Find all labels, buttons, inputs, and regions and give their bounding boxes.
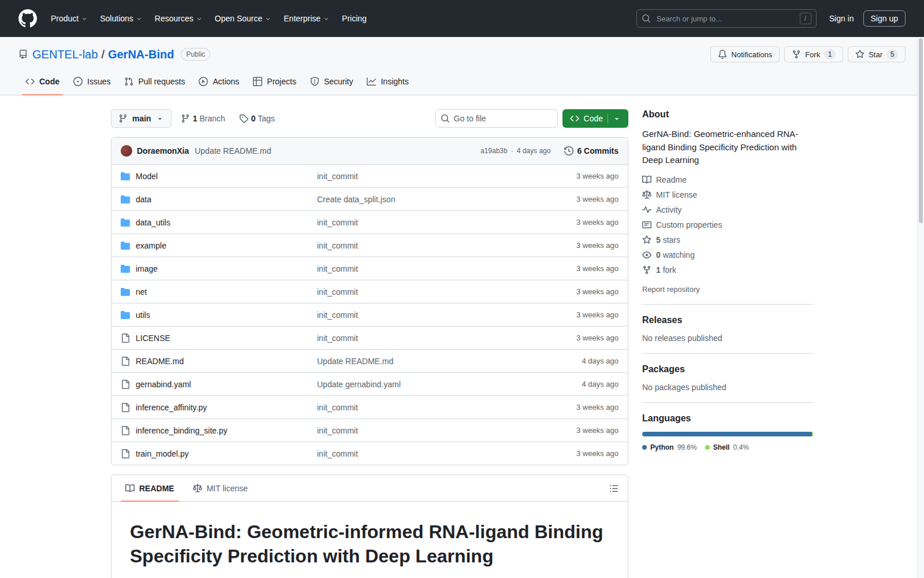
file-name-link[interactable]: image xyxy=(136,264,158,273)
github-logo[interactable] xyxy=(18,9,37,28)
file-name-link[interactable]: inference_binding_site.py xyxy=(136,426,228,435)
branch-selector[interactable]: main xyxy=(111,109,172,128)
readme-panel: README MIT license GerNA-Bind: Geometric… xyxy=(111,475,628,578)
table-row[interactable]: data_utils init_commit 3 weeks ago xyxy=(111,210,628,234)
repo-description: GerNA-Bind: Geometric-enhanced RNA-ligan… xyxy=(642,128,813,167)
commit-message-link[interactable]: Update gernabind.yaml xyxy=(317,380,401,389)
goto-file-input[interactable] xyxy=(435,109,558,128)
sign-up-button[interactable]: Sign up xyxy=(863,10,906,27)
table-row[interactable]: Model init_commit 3 weeks ago xyxy=(111,164,628,187)
commit-age: 3 weeks ago xyxy=(538,403,619,412)
commit-message-link[interactable]: init_commit xyxy=(317,310,358,320)
sidebar-item-readme[interactable]: Readme xyxy=(642,175,813,184)
tab-pull-requests[interactable]: Pull requests xyxy=(117,68,192,95)
file-name-link[interactable]: data_utils xyxy=(136,218,170,227)
star-icon xyxy=(642,235,651,244)
commit-message-link[interactable]: init_commit xyxy=(317,449,358,458)
table-row[interactable]: example init_commit 3 weeks ago xyxy=(111,234,628,257)
commit-message-link[interactable]: init_commit xyxy=(317,287,358,297)
commit-message-link[interactable]: init_commit xyxy=(317,264,358,273)
repo-name-link[interactable]: GerNA-Bind xyxy=(108,48,174,61)
nav-item-open-source[interactable]: Open Source xyxy=(215,14,271,23)
file-name-link[interactable]: README.md xyxy=(136,357,184,366)
search-input[interactable] xyxy=(655,14,795,24)
notifications-button[interactable]: Notifications xyxy=(710,46,780,62)
commit-message-link[interactable]: init_commit xyxy=(317,426,358,435)
file-name-link[interactable]: train_model.py xyxy=(136,449,189,458)
nav-item-solutions[interactable]: Solutions xyxy=(100,14,142,23)
table-row[interactable]: image init_commit 3 weeks ago xyxy=(111,257,628,280)
branches-link[interactable]: 1 Branch xyxy=(176,114,230,123)
table-row[interactable]: net init_commit 3 weeks ago xyxy=(111,280,628,303)
commit-age: 3 weeks ago xyxy=(538,310,619,319)
sign-in-link[interactable]: Sign in xyxy=(829,14,854,23)
tab-code[interactable]: Code xyxy=(18,68,66,95)
tab-projects[interactable]: Projects xyxy=(246,68,303,95)
tab-security[interactable]: Security xyxy=(303,68,360,95)
file-name-link[interactable]: gernabind.yaml xyxy=(136,380,191,389)
report-repository-link[interactable]: Report repository xyxy=(642,285,700,294)
table-row[interactable]: README.md Update README.md 4 days ago xyxy=(111,349,628,372)
avatar[interactable] xyxy=(121,145,132,157)
commit-sha-link[interactable]: a19ab3b xyxy=(480,147,508,155)
chevron-down-icon xyxy=(265,16,271,22)
tags-link[interactable]: 0 Tags xyxy=(234,114,280,123)
repo-owner-link[interactable]: GENTEL-lab xyxy=(32,48,98,61)
table-row[interactable]: train_model.py init_commit 3 weeks ago xyxy=(111,442,628,465)
fork-button[interactable]: Fork 1 xyxy=(784,46,843,62)
commit-author-link[interactable]: DoraemonXia xyxy=(137,146,189,155)
file-table: Model init_commit 3 weeks ago data Creat… xyxy=(111,164,628,465)
scrollbar-thumb[interactable] xyxy=(919,38,923,223)
releases-section: Releases No releases published xyxy=(642,304,813,353)
tab-issues[interactable]: Issues xyxy=(66,68,117,95)
nav-item-product[interactable]: Product xyxy=(51,14,87,23)
language-bar-segment xyxy=(812,432,813,436)
global-search-box[interactable]: / xyxy=(636,9,817,28)
folder-icon xyxy=(121,172,130,181)
language-item[interactable]: Python 99.6% xyxy=(642,443,697,451)
outline-button[interactable] xyxy=(605,479,623,498)
file-name-link[interactable]: example xyxy=(136,241,166,250)
table-row[interactable]: inference_binding_site.py init_commit 3 … xyxy=(111,418,628,442)
file-name-link[interactable]: Model xyxy=(136,172,158,181)
goto-file-search[interactable] xyxy=(435,109,558,128)
nav-item-enterprise[interactable]: Enterprise xyxy=(284,14,329,23)
file-name-link[interactable]: data xyxy=(136,195,151,204)
sidebar-item-license[interactable]: MIT license xyxy=(642,190,813,199)
nav-item-pricing[interactable]: Pricing xyxy=(342,14,367,23)
commit-message-link[interactable]: Create data_split.json xyxy=(317,195,395,204)
table-row[interactable]: data Create data_split.json 3 weeks ago xyxy=(111,187,628,210)
tab-actions[interactable]: Actions xyxy=(192,68,246,95)
sidebar-item-watching[interactable]: 0 watching xyxy=(642,250,813,260)
table-row[interactable]: utils init_commit 3 weeks ago xyxy=(111,303,628,326)
table-row[interactable]: LICENSE init_commit 3 weeks ago xyxy=(111,326,628,349)
latest-commit-message-link[interactable]: Update README.md xyxy=(195,146,271,155)
file-name-link[interactable]: LICENSE xyxy=(136,334,170,343)
languages-title: Languages xyxy=(642,413,813,424)
note-icon xyxy=(642,220,651,229)
commit-message-link[interactable]: init_commit xyxy=(317,218,358,227)
sidebar-item-forks[interactable]: 1 fork xyxy=(642,265,813,275)
commit-message-link[interactable]: init_commit xyxy=(317,334,358,343)
tab-readme[interactable]: README xyxy=(116,475,184,501)
star-button[interactable]: Star 5 xyxy=(848,46,906,62)
sidebar-item-stars[interactable]: 5 stars xyxy=(642,235,813,244)
tab-mit-license[interactable]: MIT license xyxy=(184,475,257,501)
sidebar-item-activity[interactable]: Activity xyxy=(642,205,813,214)
file-name-link[interactable]: net xyxy=(136,287,147,297)
table-row[interactable]: gernabind.yaml Update gernabind.yaml 4 d… xyxy=(111,372,628,395)
table-row[interactable]: inference_affinity.py init_commit 3 week… xyxy=(111,395,628,418)
file-name-link[interactable]: utils xyxy=(136,310,150,320)
tab-insights[interactable]: Insights xyxy=(360,68,415,95)
language-item[interactable]: Shell 0.4% xyxy=(705,443,749,451)
commit-message-link[interactable]: Update README.md xyxy=(317,357,393,366)
commit-message-link[interactable]: init_commit xyxy=(317,403,358,412)
commit-message-link[interactable]: init_commit xyxy=(317,241,358,250)
sidebar-item-custom-properties[interactable]: Custom properties xyxy=(642,220,813,229)
commit-age: 3 weeks ago xyxy=(538,426,619,435)
code-dropdown-button[interactable]: Code xyxy=(562,109,628,128)
commit-history-link[interactable]: 6 Commits xyxy=(564,146,619,155)
file-name-link[interactable]: inference_affinity.py xyxy=(136,403,207,412)
commit-message-link[interactable]: init_commit xyxy=(317,172,358,181)
nav-item-resources[interactable]: Resources xyxy=(155,14,202,23)
